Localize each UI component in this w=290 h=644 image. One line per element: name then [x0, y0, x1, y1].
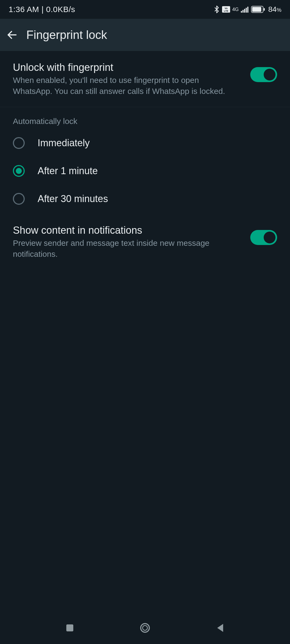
- svg-point-13: [141, 624, 149, 632]
- square-icon: [66, 624, 74, 632]
- radio-label: After 30 minutes: [38, 193, 108, 204]
- radio-icon: [13, 165, 25, 177]
- circle-icon: [140, 623, 150, 633]
- setting-title: Unlock with fingerprint: [13, 62, 240, 73]
- section-auto-lock-header: Automatically lock: [0, 107, 290, 129]
- setting-text: Show content in notifications Preview se…: [13, 225, 250, 259]
- setting-desc: When enabled, you'll need to use fingerp…: [13, 75, 240, 97]
- svg-rect-7: [247, 7, 248, 13]
- svg-text:LTE: LTE: [224, 10, 228, 12]
- nav-back-button[interactable]: [212, 620, 228, 636]
- volte-icon: VoLTE: [222, 6, 230, 13]
- back-button[interactable]: [5, 28, 19, 42]
- auto-lock-option-30min[interactable]: After 30 minutes: [0, 185, 290, 214]
- radio-icon: [13, 193, 25, 205]
- setting-unlock-fingerprint[interactable]: Unlock with fingerprint When enabled, yo…: [0, 51, 290, 107]
- status-right: VoLTE 4G 84%: [213, 5, 281, 14]
- app-bar: Fingerprint lock: [0, 19, 290, 51]
- svg-rect-3: [241, 11, 242, 13]
- radio-icon: [13, 137, 25, 149]
- auto-lock-option-1min[interactable]: After 1 minute: [0, 157, 290, 185]
- switch-knob: [264, 232, 276, 243]
- status-time: 1:36 AM: [9, 5, 39, 14]
- setting-text: Unlock with fingerprint When enabled, yo…: [13, 62, 250, 97]
- unlock-fingerprint-switch[interactable]: [250, 67, 277, 82]
- setting-desc: Preview sender and message text inside n…: [13, 238, 240, 259]
- status-divider: |: [41, 5, 46, 14]
- svg-rect-4: [242, 10, 244, 13]
- page-title: Fingerprint lock: [26, 28, 107, 42]
- svg-rect-9: [252, 7, 261, 12]
- status-net-speed: 0.0KB/s: [46, 5, 75, 14]
- svg-point-14: [143, 625, 147, 630]
- switch-knob: [264, 69, 276, 80]
- bluetooth-icon: [213, 5, 220, 14]
- network-type: 4G: [232, 7, 239, 12]
- arrow-left-icon: [6, 29, 18, 41]
- nav-recent-button[interactable]: [62, 620, 78, 636]
- battery-icon: [251, 6, 265, 13]
- status-left: 1:36 AM | 0.0KB/s: [9, 5, 75, 14]
- show-content-switch[interactable]: [250, 230, 277, 245]
- auto-lock-option-immediately[interactable]: Immediately: [0, 129, 290, 157]
- radio-label: Immediately: [38, 137, 90, 149]
- svg-marker-15: [217, 624, 223, 632]
- status-bar: 1:36 AM | 0.0KB/s VoLTE 4G 84%: [0, 0, 290, 19]
- svg-rect-12: [66, 624, 73, 631]
- content: Unlock with fingerprint When enabled, yo…: [0, 51, 290, 270]
- setting-title: Show content in notifications: [13, 225, 240, 236]
- nav-home-button[interactable]: [137, 620, 153, 636]
- svg-rect-5: [244, 9, 245, 13]
- signal-icon: [241, 6, 249, 13]
- radio-label: After 1 minute: [38, 165, 98, 177]
- system-nav-bar: [0, 612, 290, 644]
- setting-show-content[interactable]: Show content in notifications Preview se…: [0, 214, 290, 270]
- triangle-left-icon: [216, 623, 224, 632]
- svg-rect-6: [246, 8, 247, 13]
- svg-rect-10: [264, 8, 265, 11]
- battery-percent: 84%: [268, 5, 281, 14]
- svg-text:Vo: Vo: [225, 7, 228, 10]
